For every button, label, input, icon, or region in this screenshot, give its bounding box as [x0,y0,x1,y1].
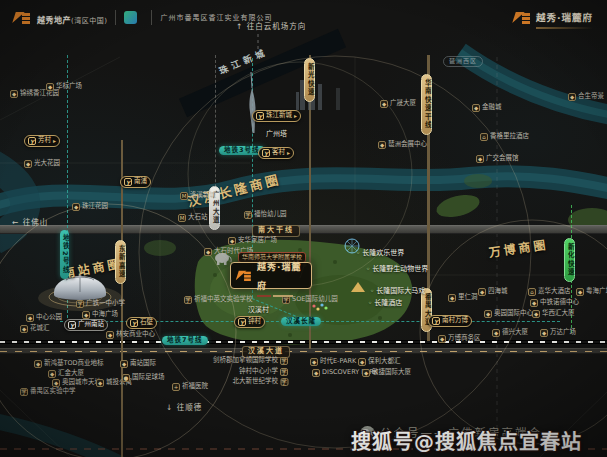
sohu-watermark: 搜狐号@搜狐焦点宜春站 [351,426,582,455]
map-screenshot: ↑ 往白云机场方向← 往佛山↓ 往顺德珠江新城汉溪长隆商圈南站商圈万博商圈地铁2… [0,0,607,457]
footer-layer: 公众号——广佛新房高端会 [0,0,607,457]
